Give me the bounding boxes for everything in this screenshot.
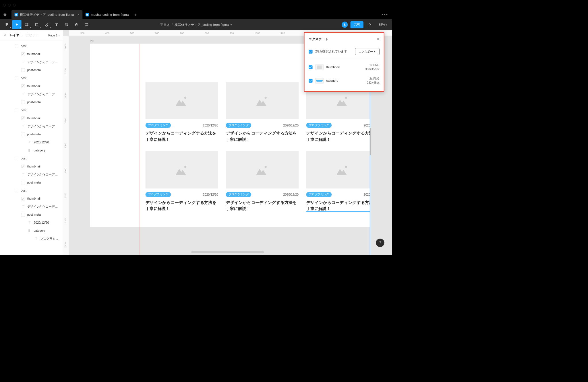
- layer-label: thumbnail: [27, 197, 40, 200]
- help-button[interactable]: ?: [376, 239, 384, 247]
- export-thumbnail: [315, 65, 324, 70]
- layer-row[interactable]: Tデザインからコーディ...: [0, 171, 63, 179]
- layer-row[interactable]: post: [0, 187, 63, 195]
- maximize-icon[interactable]: [13, 4, 16, 6]
- close-icon[interactable]: ×: [377, 36, 380, 41]
- tab-file-1[interactable]: 模写修行メディア_coding-from-figma ×: [11, 10, 82, 19]
- layer-row[interactable]: T2020/12/20: [0, 139, 63, 147]
- comment-tool[interactable]: [82, 20, 91, 29]
- close-icon[interactable]: [3, 4, 6, 6]
- layer-row[interactable]: post-meta: [0, 66, 63, 74]
- home-icon[interactable]: [2, 12, 8, 17]
- layer-row[interactable]: post-meta: [0, 211, 63, 219]
- text-icon: T: [22, 61, 25, 64]
- thumbnail: [146, 151, 218, 189]
- post-title: デザインからコーディングする方法を丁寧に解説！: [146, 130, 218, 142]
- checkbox-all[interactable]: [309, 50, 312, 53]
- layer-row[interactable]: thumbnail: [0, 114, 63, 122]
- post-date: 2020/12/20: [203, 124, 218, 127]
- more-icon[interactable]: •••: [378, 12, 392, 17]
- layer-row[interactable]: post: [0, 155, 63, 163]
- category-badge: プログラミング: [306, 123, 332, 128]
- layer-row[interactable]: Tデザインからコーディ...: [0, 90, 63, 98]
- add-tab-button[interactable]: +: [132, 10, 140, 19]
- checkbox[interactable]: [309, 65, 312, 69]
- post-card[interactable]: プログラミング2020/12/20デザインからコーディングする方法を丁寧に解説！: [226, 82, 299, 142]
- search-icon[interactable]: [3, 33, 7, 37]
- shape-tool[interactable]: ▾: [32, 20, 41, 29]
- post-card[interactable]: プログラミング2020/12/20デザインからコーディングする方法を丁寧に解説！: [226, 151, 299, 212]
- layer-row[interactable]: thumbnail: [0, 82, 63, 90]
- pen-tool[interactable]: ▾: [42, 20, 51, 29]
- tab-assets[interactable]: アセット: [26, 33, 38, 37]
- post-card[interactable]: プログラミング2020/12/20デザインからコーディングする方法を丁寧に解説！: [146, 82, 218, 142]
- layer-row[interactable]: post: [0, 106, 63, 114]
- share-button[interactable]: 共有: [351, 21, 363, 28]
- layer-row[interactable]: thumbnail: [0, 195, 63, 203]
- layer-label: category: [34, 149, 45, 152]
- present-button[interactable]: [366, 23, 373, 27]
- svg-point-10: [184, 97, 186, 99]
- svg-point-3: [7, 23, 8, 24]
- figma-menu[interactable]: ▾: [2, 20, 11, 29]
- page-selector[interactable]: Page 1▾: [48, 34, 59, 37]
- export-button[interactable]: エクスポート: [355, 48, 380, 55]
- move-tool[interactable]: ▾: [12, 20, 22, 29]
- thumbnail: [306, 151, 379, 189]
- tab-file-2[interactable]: mosha_coding-from-figma: [82, 10, 132, 19]
- frame-icon: [15, 44, 18, 48]
- hand-tool[interactable]: [72, 20, 81, 29]
- layer-row[interactable]: thumbnail: [0, 163, 63, 171]
- layer-label: post: [21, 189, 26, 192]
- guide-line[interactable]: [140, 44, 140, 255]
- post-title: デザインからコーディングする方法を丁寧に解説！: [146, 199, 218, 211]
- svg-point-12: [345, 97, 347, 99]
- svg-rect-8: [65, 25, 66, 26]
- layer-row[interactable]: Tプログラミ...: [0, 235, 63, 243]
- filename: 模写修行メディア_coding-from-figma: [175, 22, 229, 27]
- frame-icon: [22, 213, 25, 217]
- tab-layers[interactable]: レイヤー: [10, 33, 22, 37]
- checkbox[interactable]: [309, 79, 312, 83]
- layer-row[interactable]: post-meta: [0, 179, 63, 187]
- sidebar-header: レイヤー アセット Page 1▾: [0, 30, 63, 40]
- category-badge: プログラミング: [306, 192, 332, 197]
- layer-row[interactable]: T2020/12/20: [0, 219, 63, 227]
- layer-label: 2020/12/20: [34, 141, 49, 144]
- post-card[interactable]: プログラミング2020/12/20デザインからコーディングする方法を丁寧に解説！: [146, 151, 218, 212]
- tab-label: 模写修行メディア_coding-from-figma: [20, 13, 74, 17]
- toolbar: ▾ ▾ ▾ ▾ ▾ 下書き / 模写修行メディア_coding-from-fig…: [0, 19, 392, 30]
- layer-row[interactable]: post-meta: [0, 130, 63, 139]
- export-name: category: [326, 79, 338, 82]
- export-item[interactable]: category2x PNG232×48px: [309, 74, 380, 87]
- resources-tool[interactable]: [62, 20, 71, 29]
- post-title: デザインからコーディングする方法を丁寧に解説！: [226, 199, 299, 211]
- layer-label: post: [21, 44, 26, 48]
- svg-point-4: [7, 24, 8, 25]
- minimize-icon[interactable]: [8, 4, 11, 6]
- close-icon[interactable]: ×: [78, 13, 80, 17]
- layer-row[interactable]: Tデザインからコーディ...: [0, 122, 63, 130]
- layer-row[interactable]: thumbnail: [0, 50, 63, 58]
- svg-point-13: [184, 166, 186, 168]
- frame-label[interactable]: PC: [90, 39, 94, 42]
- layer-row[interactable]: category: [0, 227, 63, 235]
- file-breadcrumb[interactable]: 下書き / 模写修行メディア_coding-from-figma ▾: [160, 22, 232, 27]
- scrollbar-horizontal[interactable]: [191, 251, 264, 253]
- layer-row[interactable]: Tデザインからコーディ...: [0, 58, 63, 66]
- layer-row[interactable]: post: [0, 74, 63, 82]
- export-item[interactable]: thumbnail1x PNG300×156px: [309, 61, 380, 74]
- post-card[interactable]: プログラミング2020/12/20デザインからコーディングする方法を丁寧に解説！: [306, 151, 379, 212]
- zoom-control[interactable]: 92%▾: [376, 23, 390, 26]
- layer-row[interactable]: Tデザインからコーディ...: [0, 203, 63, 211]
- chevron-down-icon[interactable]: ▾: [231, 23, 232, 26]
- layer-row[interactable]: post: [0, 42, 63, 50]
- selection-handle[interactable]: [370, 128, 371, 155]
- layer-row[interactable]: post-meta: [0, 98, 63, 106]
- layer-row[interactable]: category: [0, 147, 63, 155]
- frame-tool[interactable]: ▾: [22, 20, 31, 29]
- avatar[interactable]: S: [342, 22, 348, 28]
- text-tool[interactable]: [52, 20, 61, 29]
- text-icon: T: [22, 125, 25, 128]
- layer-label: デザインからコーディ...: [27, 173, 60, 177]
